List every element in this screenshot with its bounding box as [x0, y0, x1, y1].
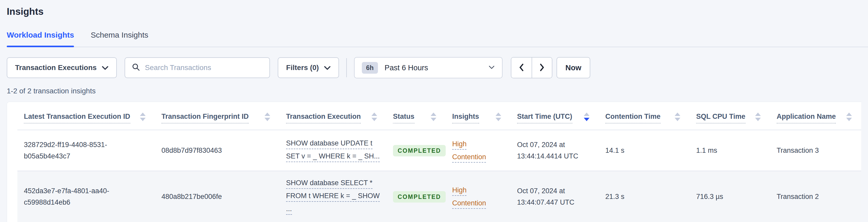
table-header-row: Latest Transaction Execution ID Transact…	[18, 102, 861, 130]
time-range-picker[interactable]: 6h Past 6 Hours	[354, 57, 502, 78]
filters-dropdown[interactable]: Filters (0)	[278, 57, 339, 78]
status-badge: COMPLETED	[393, 191, 446, 202]
column-header-transaction-fingerprint-id[interactable]: Transaction Fingerprint ID	[161, 112, 272, 123]
cell-status: COMPLETED	[386, 171, 446, 222]
status-badge: COMPLETED	[393, 145, 446, 156]
next-time-range-button[interactable]	[532, 58, 552, 78]
time-range-pager	[511, 57, 552, 78]
cell-latest-execution-id: 452da3e7-e7fa-4801-aa40- c59988d14eb6	[18, 171, 155, 222]
insights-page: Insights Workload Insights Schema Insigh…	[0, 0, 868, 222]
cell-transaction-execution: SHOW database SELECT * FROM t WHERE k = …	[280, 171, 386, 222]
chevron-right-icon	[538, 62, 545, 73]
search-box	[125, 57, 270, 78]
chevron-down-icon	[489, 65, 495, 70]
chevron-left-icon	[518, 62, 525, 73]
toolbar: Transaction Executions Filters (0) 6h Pa…	[7, 57, 868, 78]
cell-contention-time: 14.1 s	[599, 130, 690, 171]
transaction-insights-table: Latest Transaction Execution ID Transact…	[18, 102, 861, 222]
sort-icon[interactable]	[431, 113, 436, 121]
tab-workload-insights[interactable]: Workload Insights	[7, 30, 74, 47]
cell-start-time: Oct 07, 2024 at 13:44:07.447 UTC	[510, 171, 599, 222]
time-range-badge: 6h	[362, 62, 378, 74]
sort-icon[interactable]	[371, 113, 377, 121]
cell-insights: High Contention	[446, 171, 510, 222]
page-title: Insights	[7, 6, 868, 18]
insight-link[interactable]: High Contention	[452, 137, 497, 163]
cell-application-name: Transaction 2	[770, 171, 861, 222]
cell-sql-cpu-time: 1.1 ms	[690, 130, 770, 171]
transaction-statement-link[interactable]: SHOW database UPDATE t SET v = _ WHERE k…	[286, 139, 379, 162]
column-header-latest-transaction-execution-id[interactable]: Latest Transaction Execution ID	[24, 112, 147, 123]
insights-table-card: Latest Transaction Execution ID Transact…	[7, 102, 861, 222]
results-summary: 1-2 of 2 transaction insights	[7, 87, 868, 95]
search-input[interactable]	[145, 64, 263, 72]
cell-status: COMPLETED	[386, 130, 446, 171]
sort-icon[interactable]	[755, 113, 761, 121]
cell-application-name: Transaction 3	[770, 130, 861, 171]
toolbar-divider	[346, 58, 347, 77]
filters-dropdown-label: Filters (0)	[286, 64, 319, 72]
column-header-transaction-execution[interactable]: Transaction Execution	[286, 112, 379, 123]
search-icon	[132, 63, 140, 72]
column-header-start-time[interactable]: Start Time (UTC)	[517, 112, 591, 123]
tab-schema-insights[interactable]: Schema Insights	[91, 30, 148, 47]
column-header-sql-cpu-time[interactable]: SQL CPU Time	[696, 112, 762, 123]
previous-time-range-button[interactable]	[512, 58, 532, 78]
cell-start-time: Oct 07, 2024 at 13:44:14.4414 UTC	[510, 130, 599, 171]
chevron-down-icon	[102, 64, 108, 72]
now-button[interactable]: Now	[557, 57, 590, 78]
chevron-down-icon	[324, 64, 331, 72]
time-range-label: Past 6 Hours	[385, 64, 482, 72]
tab-bar: Workload Insights Schema Insights	[7, 30, 868, 47]
execution-type-dropdown-label: Transaction Executions	[15, 64, 97, 72]
cell-fingerprint-id: 480a8b217be006fe	[155, 171, 280, 222]
sort-icon[interactable]	[265, 113, 270, 121]
cell-insights: High Contention	[446, 130, 510, 171]
column-header-status[interactable]: Status	[393, 112, 438, 123]
execution-type-dropdown[interactable]: Transaction Executions	[7, 57, 117, 78]
column-header-insights[interactable]: Insights	[452, 112, 503, 123]
table-row: 328729d2-ff19-4408-8531- b05a5b4e43c7 08…	[18, 130, 861, 171]
sort-icon[interactable]	[496, 113, 501, 121]
column-header-contention-time[interactable]: Contention Time	[605, 112, 682, 123]
cell-transaction-execution: SHOW database UPDATE t SET v = _ WHERE k…	[280, 130, 386, 171]
sort-icon[interactable]	[846, 113, 852, 121]
transaction-statement-link[interactable]: SHOW database SELECT * FROM t WHERE k = …	[286, 179, 379, 215]
sort-icon[interactable]	[140, 113, 146, 121]
cell-contention-time: 21.3 s	[599, 171, 690, 222]
cell-fingerprint-id: 08d8b7d97f830463	[155, 130, 280, 171]
insight-link[interactable]: High Contention	[452, 184, 497, 210]
cell-sql-cpu-time: 716.3 µs	[690, 171, 770, 222]
cell-latest-execution-id: 328729d2-ff19-4408-8531- b05a5b4e43c7	[18, 130, 155, 171]
table-row: 452da3e7-e7fa-4801-aa40- c59988d14eb6 48…	[18, 171, 861, 222]
sort-icon-descending-active[interactable]	[584, 113, 589, 121]
sort-icon[interactable]	[675, 113, 680, 121]
column-header-application-name[interactable]: Application Name	[777, 112, 854, 123]
